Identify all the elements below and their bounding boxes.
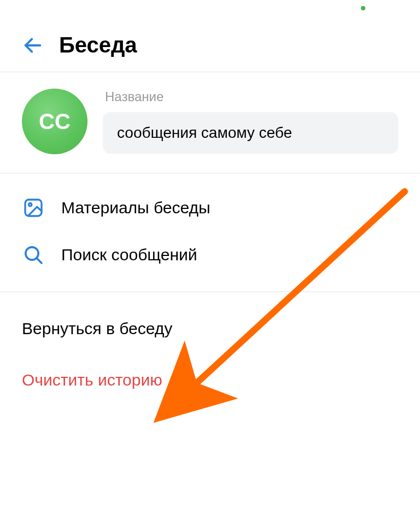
search-icon: [22, 243, 45, 266]
actions-list: Вернуться в беседу Очистить историю: [0, 292, 420, 398]
name-input[interactable]: [103, 112, 398, 154]
svg-line-4: [37, 258, 42, 263]
action-return-to-chat[interactable]: Вернуться в беседу: [22, 311, 398, 347]
menu-item-label: Материалы беседы: [61, 199, 211, 217]
menu-item-search[interactable]: Поиск сообщений: [0, 231, 420, 278]
profile-section: СС Название: [0, 72, 420, 173]
menu-item-label: Поиск сообщений: [61, 246, 197, 264]
status-indicator-icon: [361, 6, 365, 10]
name-block: Название: [103, 89, 398, 154]
avatar[interactable]: СС: [22, 89, 88, 154]
menu-item-materials[interactable]: Материалы беседы: [0, 184, 420, 231]
action-clear-history[interactable]: Очистить историю: [22, 362, 398, 398]
avatar-initials: СС: [39, 109, 71, 134]
name-field-label: Название: [103, 89, 398, 104]
back-arrow-icon[interactable]: [22, 34, 44, 56]
menu-list: Материалы беседы Поиск сообщений: [0, 173, 420, 291]
page-title: Беседа: [59, 33, 137, 57]
status-bar: [0, 0, 420, 16]
image-icon: [22, 196, 45, 219]
header: Беседа: [0, 16, 420, 72]
svg-point-2: [29, 203, 32, 206]
